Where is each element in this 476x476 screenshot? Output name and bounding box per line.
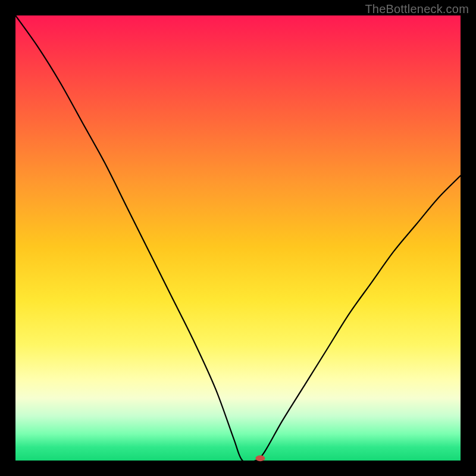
watermark-text: TheBottleneck.com [365,2,469,16]
chart-overlay [15,15,461,461]
chart-container: TheBottleneck.com [0,0,476,476]
curve-line [15,15,461,462]
minimum-marker [255,455,265,461]
